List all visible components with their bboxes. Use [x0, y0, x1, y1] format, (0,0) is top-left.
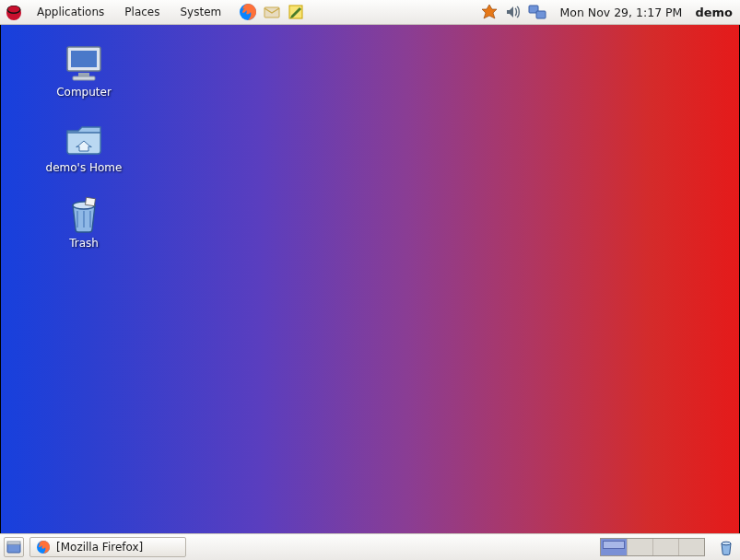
home-folder-icon — [62, 121, 106, 158]
trash-desktop-icon[interactable]: Trash — [29, 196, 139, 250]
clock[interactable]: Mon Nov 29, 1:17 PM — [559, 6, 682, 19]
workspace-1[interactable] — [601, 539, 627, 555]
svg-rect-10 — [71, 51, 97, 67]
applications-menu[interactable]: Applications — [29, 4, 112, 20]
svg-rect-14 — [85, 197, 95, 205]
network-icon[interactable] — [528, 3, 546, 21]
workspace-4[interactable] — [678, 539, 704, 555]
desktop[interactable]: Computer demo's Home Trash — [0, 25, 740, 533]
home-label: demo's Home — [46, 161, 123, 174]
workspace-3[interactable] — [652, 539, 678, 555]
top-panel: Applications Places System Mon Nov 29, 1… — [0, 0, 740, 25]
svg-rect-16 — [7, 542, 20, 544]
svg-marker-6 — [482, 5, 497, 18]
show-desktop-button[interactable] — [4, 537, 24, 557]
volume-icon[interactable] — [504, 3, 523, 21]
computer-label: Computer — [56, 86, 112, 99]
svg-point-2 — [8, 6, 20, 13]
trash-label: Trash — [69, 237, 99, 250]
notification-area — [480, 3, 546, 21]
bottom-panel: [Mozilla Firefox] — [0, 533, 740, 560]
home-desktop-icon[interactable]: demo's Home — [29, 121, 139, 174]
notes-launcher-icon[interactable] — [286, 2, 306, 22]
update-notifier-icon[interactable] — [480, 3, 499, 21]
computer-icon — [62, 45, 106, 82]
places-menu[interactable]: Places — [117, 4, 167, 20]
taskbar-firefox-label: [Mozilla Firefox] — [56, 541, 143, 554]
svg-rect-11 — [78, 73, 89, 76]
taskbar-firefox-button[interactable]: [Mozilla Firefox] — [29, 537, 186, 557]
svg-rect-8 — [536, 11, 546, 18]
workspace-2[interactable] — [627, 539, 652, 555]
computer-desktop-icon[interactable]: Computer — [29, 45, 139, 99]
user-menu[interactable]: demo — [695, 6, 733, 19]
firefox-launcher-icon[interactable] — [238, 2, 258, 22]
trash-applet-icon[interactable] — [716, 537, 736, 557]
firefox-icon — [36, 540, 51, 554]
trash-icon — [62, 196, 106, 233]
main-menu-area: Applications Places System — [4, 2, 229, 22]
svg-point-18 — [722, 542, 731, 545]
workspace-switcher — [600, 538, 705, 556]
email-launcher-icon[interactable] — [262, 2, 282, 22]
launcher-area — [238, 2, 306, 22]
system-menu[interactable]: System — [172, 4, 229, 20]
svg-rect-12 — [73, 76, 95, 80]
distributor-logo-icon[interactable] — [4, 2, 24, 22]
